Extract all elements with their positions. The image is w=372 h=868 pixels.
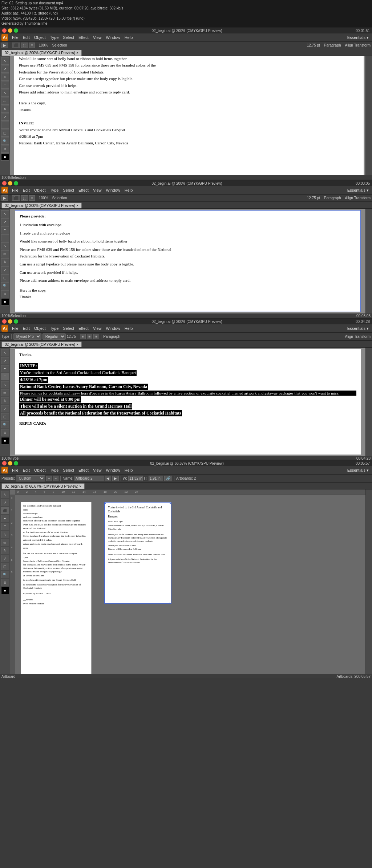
tool-select-2[interactable]: ▶ [1,195,8,201]
tool3-direct[interactable]: ↗ [1,357,9,364]
close-btn-2[interactable] [2,181,7,185]
tool2-brush[interactable]: ∿ [1,242,9,249]
tool3-arrow[interactable]: ↖ [1,349,9,356]
tool4-eyedrop[interactable]: 🔍 [1,571,9,578]
tb-btn1[interactable]: ⬛ [12,43,20,48]
align-center-3[interactable]: ≡ [87,334,93,339]
tool3-fill[interactable]: ■ [1,437,9,444]
tool3-pen[interactable]: ✒ [1,365,9,372]
essentials-4[interactable]: Essentials ▾ [345,467,371,473]
menu-help-4[interactable]: Help [123,467,135,473]
min-btn-2[interactable] [8,181,12,185]
artboard-2-page[interactable]: You're invited to the 3rd Annual Cocktai… [104,502,171,604]
tool3-zoom[interactable]: ⊕ [1,429,9,436]
menu-help-2[interactable]: Help [123,187,135,193]
lock-aspect[interactable]: 🔗 [164,476,172,481]
tool2-fill[interactable]: ■ [1,298,9,305]
tool4-pen[interactable]: ✒ [1,515,9,522]
essentials-1[interactable]: Essentials ▾ [345,35,371,41]
menu-file-1[interactable]: File [10,35,20,40]
menu-object-2[interactable]: Object [32,187,48,193]
min-btn-4[interactable] [8,461,12,465]
menu-edit-2[interactable]: Edit [21,187,32,193]
handle-tl[interactable] [104,502,106,504]
tool-select-1[interactable]: ▶ [1,43,8,48]
menu-edit-3[interactable]: Edit [21,325,32,331]
menu-select-3[interactable]: Select [61,325,76,331]
tool-pen[interactable]: ✒ [1,73,9,81]
presets-dropdown[interactable]: Custom [16,475,45,481]
tool-text[interactable]: T [1,81,9,89]
tool-direct[interactable]: ↗ [1,65,9,73]
tab-doc-4[interactable]: 02_begin.ai @ 66.67% (CMYK/GPU Preview) … [1,483,85,489]
handle-bl[interactable] [104,602,106,604]
menu-view-1[interactable]: View [91,35,104,40]
menu-window-1[interactable]: Window [104,35,122,40]
menu-type-4[interactable]: Type [48,467,61,473]
height-input[interactable] [149,476,163,481]
width-input[interactable] [128,476,143,481]
max-btn-4[interactable] [14,461,18,465]
tool2-rotate[interactable]: ↻ [1,258,9,265]
tool3-scale[interactable]: ⤢ [1,405,9,412]
essentials-2[interactable]: Essentials ▾ [345,187,371,193]
tool4-arrow[interactable]: ↖ [1,491,9,498]
tool4-gradient[interactable]: ◫ [1,563,9,570]
max-btn-3[interactable] [14,319,18,324]
close-btn-4[interactable] [2,461,7,465]
tb2-btn1[interactable]: ⬛ [12,195,20,201]
tool4-artboard[interactable]: ⬛ [1,507,9,514]
tool4-zoom[interactable]: ⊕ [1,579,9,586]
tool2-arrow[interactable]: ↖ [1,210,9,217]
tool-gradient[interactable]: ◫ [1,129,9,137]
handle-tr[interactable] [170,502,171,504]
tb-btn2[interactable]: ⬚ [21,43,28,48]
menu-object-1[interactable]: Object [32,35,48,40]
menu-effect-2[interactable]: Effect [77,187,90,193]
menu-select-1[interactable]: Select [61,35,76,40]
tb2-btn3[interactable]: ≡ [29,195,35,201]
tool2-gradient[interactable]: ◫ [1,274,9,281]
menu-object-3[interactable]: Object [32,325,48,331]
max-btn-2[interactable] [14,181,18,185]
menu-file-3[interactable]: File [10,325,20,331]
tool-eyedrop[interactable]: 🔍 [1,137,9,145]
menu-select-2[interactable]: Select [61,187,76,193]
tool-fill[interactable]: ■ [1,153,9,161]
handle-br[interactable] [170,602,171,604]
tool3-gradient[interactable]: ◫ [1,413,9,420]
menu-view-2[interactable]: View [91,187,104,193]
tool-rect[interactable]: ▭ [1,97,9,105]
close-btn-1[interactable] [2,28,7,33]
tool2-rect[interactable]: ▭ [1,250,9,257]
menu-effect-1[interactable]: Effect [77,35,90,40]
menu-file-4[interactable]: File [10,467,20,473]
menu-view-3[interactable]: View [91,325,104,331]
min-btn-3[interactable] [8,319,12,324]
menu-type-1[interactable]: Type [48,35,61,40]
menu-type-2[interactable]: Type [48,187,61,193]
menu-help-3[interactable]: Help [123,325,135,331]
tool3-eyedrop[interactable]: 🔍 [1,421,9,428]
menu-view-4[interactable]: View [91,467,104,473]
menu-select-4[interactable]: Select [61,467,76,473]
menu-effect-4[interactable]: Effect [77,467,90,473]
min-btn-1[interactable] [8,28,12,33]
tool-blend[interactable]: ⋯ [1,121,9,129]
tool2-text[interactable]: T [1,234,9,241]
tool-rotate[interactable]: ↻ [1,105,9,113]
tb-btn3[interactable]: ≡ [29,43,35,48]
menu-effect-3[interactable]: Effect [77,325,90,331]
align-left-3[interactable]: ≡ [80,334,86,339]
close-btn-3[interactable] [2,319,7,324]
tool4-scale[interactable]: ⤢ [1,555,9,562]
menu-type-3[interactable]: Type [48,325,61,331]
tool4-rect[interactable]: ▭ [1,539,9,546]
tool2-eyedrop[interactable]: 🔍 [1,282,9,289]
menu-edit-4[interactable]: Edit [21,467,32,473]
tab-doc-2[interactable]: 02_begin.ai @ 200% (CMYK/GPU Preview) × [1,203,82,208]
tool-zoom[interactable]: ⊕ [1,145,9,153]
tool4-rotate[interactable]: ↻ [1,547,9,554]
essentials-3[interactable]: Essentials ▾ [345,325,371,332]
tool-brush[interactable]: ∿ [1,89,9,97]
